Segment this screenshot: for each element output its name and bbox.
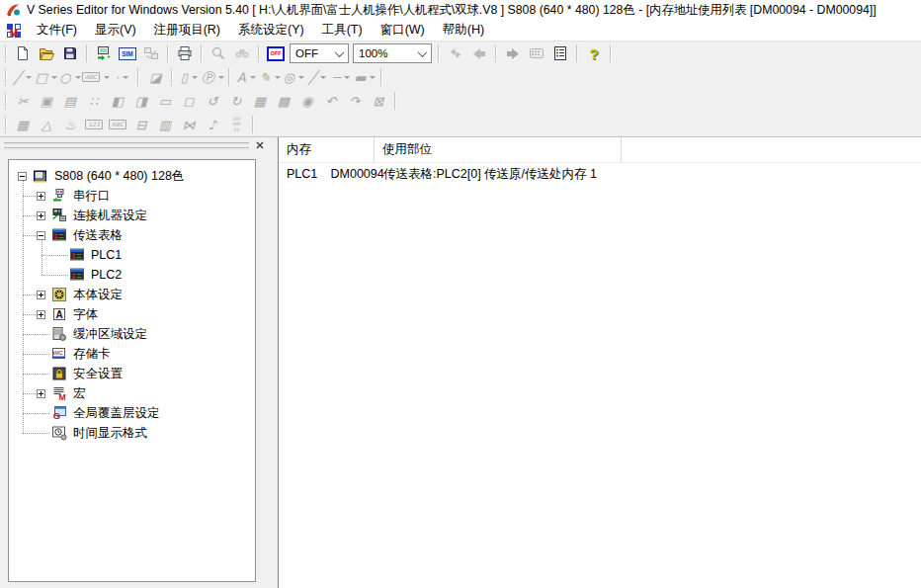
tree-item-transfer-table[interactable]: 传送表格 [9,225,255,245]
tree-item-unit-setting[interactable]: 本体设定 [9,285,255,304]
line-width-button[interactable]: ─ [329,66,353,88]
menu-window[interactable]: 窗口(W) [372,20,434,41]
rotate-right-button[interactable]: ↻ [224,90,248,112]
date-part-button[interactable]: DD MM YY [224,114,248,135]
expand-icon[interactable] [37,310,45,319]
menu-system-setting[interactable]: 系统设定(Y) [229,20,313,41]
tree-item-serial-port[interactable]: 串行口 [9,186,255,206]
toolbar-separator [5,44,7,62]
panel-gripper[interactable] [4,142,249,145]
dot-tool-button[interactable]: · [110,66,133,88]
select-end-button[interactable]: ⊠ [367,90,390,112]
tree-item-font[interactable]: A 字体 [9,304,255,324]
message-display-button[interactable]: ⊟ [129,114,153,135]
alarm-part-button[interactable]: ♨ [58,114,82,135]
transform-tool-button[interactable]: ◪ [143,66,167,88]
tree-item-plc2[interactable]: PLC2 [9,265,255,285]
expand-icon[interactable] [37,211,45,220]
off-display-button[interactable]: OFF [264,42,288,64]
align-grid-button[interactable]: ▦ [248,90,272,112]
chevron-down-icon [320,76,326,79]
tree-item-buffer-area[interactable]: 缓冲区域设定 [9,324,255,344]
expand-icon[interactable] [37,389,45,398]
app-icon [5,2,21,18]
fill-color-button[interactable]: ▬ [353,66,377,88]
pen-style-button[interactable]: ✎ [258,66,282,88]
numeric-display-button[interactable]: 123 [82,114,106,135]
group-button[interactable]: ∷ [82,90,106,112]
circle-tool-button[interactable]: ○ [58,66,82,88]
lamp-part-button[interactable]: △ [35,114,58,135]
palette-button[interactable]: ◎ [282,66,305,88]
ruler-tool-button[interactable]: ▯ [177,66,201,88]
line-tool-button[interactable]: ╱ [11,66,35,88]
bring-front-button[interactable]: ◧ [106,90,129,112]
align-tile-button[interactable]: ▩ [272,90,295,112]
menu-register-item[interactable]: 注册项目(R) [145,20,229,41]
tree-item-plc1[interactable]: PLC1 [9,245,255,265]
document-icon[interactable]: M [6,23,22,39]
rectangle-tool-button[interactable]: □ [35,66,58,88]
graph-part-button[interactable]: ▥ [153,114,177,135]
expand-icon[interactable] [37,192,45,201]
paste-button[interactable]: ▤ [58,90,82,112]
rotate-left-button[interactable]: ↺ [201,90,224,112]
menu-view[interactable]: 显示(V) [86,20,145,41]
tree-item-macro[interactable]: M 宏 [9,383,255,403]
select-area-button[interactable]: ◻ [177,90,201,112]
collapse-icon[interactable] [37,231,45,240]
tree-item-memory-card[interactable]: MC 存储卡 [9,344,255,364]
menu-help[interactable]: 帮助(H) [434,20,493,41]
undo-button[interactable]: ↶ [319,90,343,112]
simulator-button[interactable]: SIM [116,42,139,64]
switch-part-button[interactable]: ▦ [11,114,35,135]
help-button[interactable]: ? [582,42,606,64]
copy-button[interactable]: ▣ [35,90,58,112]
pin-button[interactable]: ◉ [295,90,319,112]
zoom-level-select[interactable]: 100% [353,43,432,63]
memory-row[interactable]: PLC1 DM00094 传送表格:PLC2[0] 传送原/传送处内存 1 [279,163,921,185]
find-button[interactable] [207,42,230,64]
menu-tools[interactable]: 工具(T) [313,20,372,41]
save-button[interactable] [58,42,82,64]
line-type-button[interactable]: ╱ [305,66,329,88]
send-back-button[interactable]: ◨ [129,90,153,112]
cut-button[interactable]: ✂ [11,90,35,112]
transfer-table-icon [69,267,85,283]
redo-icon: ↷ [350,95,361,108]
expand-icon[interactable] [37,291,45,299]
new-file-button[interactable] [11,42,35,64]
buzzer-part-button[interactable]: ♪ [201,114,224,135]
tree-item-global-overlap[interactable]: G 全局覆盖层设定 [9,403,255,423]
panel-gripper[interactable] [4,147,249,150]
next-screen-button[interactable] [501,42,525,64]
swap-screens-button[interactable] [444,42,467,64]
item-list-button[interactable] [548,42,572,64]
redo-button[interactable]: ↷ [343,90,367,112]
prev-screen-button[interactable] [467,42,491,64]
text-tool-button[interactable]: ABC [82,66,110,88]
paint-mode-button[interactable]: Ⓟ [201,66,224,88]
char-display-button[interactable]: ABC [106,114,129,135]
menu-file[interactable]: 文件(F) [28,20,86,41]
browse-button[interactable] [230,42,254,64]
tree-item-security[interactable]: 安全设置 [9,364,255,383]
char-property-button[interactable]: A [234,66,258,88]
column-header-usage[interactable]: 使用部位 [375,137,622,162]
close-icon[interactable] [252,138,268,152]
pen-icon: ✎ [260,71,271,84]
off-state-select[interactable]: OFF [290,43,349,63]
link-part-button[interactable]: ⋈ [177,114,201,135]
transfer-button[interactable] [92,42,116,64]
palette-icon: ◎ [284,71,294,84]
tree-item-device-connection[interactable]: 连接机器设定 [9,206,255,225]
select-frame-button[interactable]: ▭ [153,90,177,112]
tree-item-time-display-format[interactable]: 时间显示格式 [9,423,255,443]
print-button[interactable] [173,42,197,64]
compare-button[interactable] [139,42,163,64]
collapse-icon[interactable] [18,172,27,181]
tree-item-root[interactable]: S808 (640 * 480) 128色 [9,166,255,186]
column-header-memory[interactable]: 内存 [279,137,375,162]
open-file-button[interactable] [35,42,58,64]
memory-map-button[interactable] [525,42,548,64]
